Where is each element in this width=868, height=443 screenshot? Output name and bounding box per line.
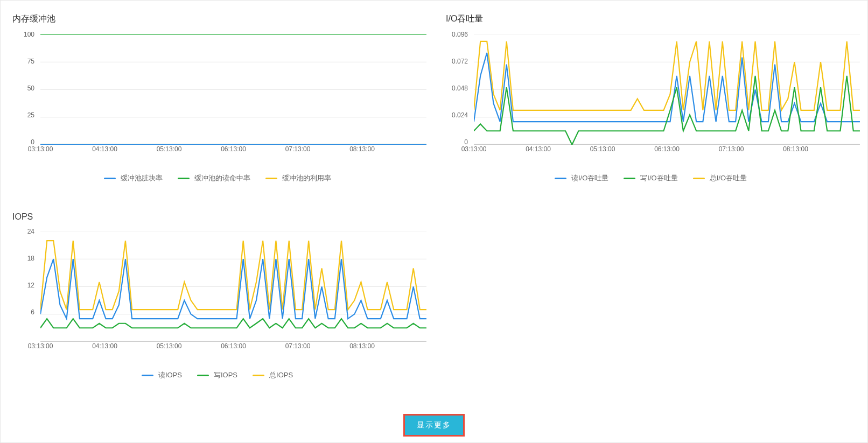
- plot-svg: [40, 231, 426, 342]
- x-tick-label: 06:13:00: [221, 342, 246, 350]
- panel-title: 内存缓冲池: [12, 13, 426, 25]
- legend-item-blue[interactable]: 缓冲池脏块率: [104, 173, 163, 183]
- legend-swatch-icon: [253, 375, 264, 376]
- dashboard-page: 内存缓冲池 0255075100 03:13:0004:13:0005:13:0…: [0, 0, 868, 443]
- series-blue: [474, 53, 860, 122]
- series-yellow: [40, 241, 426, 310]
- panel-empty: [439, 199, 862, 380]
- x-tick-label: 03:13:00: [28, 342, 53, 350]
- legend-swatch-icon: [178, 178, 190, 179]
- plot-svg: [40, 34, 426, 145]
- y-tick-label: 12: [27, 282, 34, 289]
- plot-svg: [474, 34, 860, 145]
- series-yellow: [474, 41, 860, 110]
- x-tick-label: 07:13:00: [719, 145, 744, 153]
- x-tick-label: 03:13:00: [461, 145, 487, 153]
- x-axis: 03:13:0004:13:0005:13:0006:13:0007:13:00…: [40, 145, 426, 157]
- panel-iops: IOPS 6121824 03:13:0004:13:0005:13:0006:…: [6, 199, 429, 380]
- y-tick-label: 100: [24, 31, 34, 38]
- x-tick-label: 08:13:00: [783, 145, 808, 153]
- x-tick-label: 05:13:00: [157, 145, 182, 153]
- x-tick-label: 08:13:00: [349, 145, 375, 153]
- legend-swatch-icon: [142, 375, 153, 376]
- y-tick-label: 0.024: [452, 111, 468, 119]
- legend-item-blue[interactable]: 读IOPS: [142, 370, 182, 380]
- y-axis: 0255075100: [8, 34, 38, 142]
- legend-item-blue[interactable]: 读I/O吞吐量: [555, 173, 608, 183]
- footer: 显示更多: [1, 416, 867, 435]
- legend-swatch-icon: [624, 178, 635, 179]
- x-tick-label: 05:13:00: [590, 145, 615, 153]
- x-tick-label: 05:13:00: [157, 342, 182, 350]
- legend-item-yellow[interactable]: 缓冲池的利用率: [265, 173, 331, 183]
- x-tick-label: 04:13:00: [92, 342, 117, 350]
- chart-iops[interactable]: 6121824: [40, 231, 426, 339]
- y-tick-label: 18: [27, 255, 34, 262]
- legend-label: 总IOPS: [269, 370, 293, 380]
- x-axis: 03:13:0004:13:0005:13:0006:13:0007:13:00…: [474, 145, 860, 157]
- y-tick-label: 0.072: [452, 58, 468, 65]
- y-tick-label: 6: [31, 308, 34, 316]
- x-tick-label: 08:13:00: [349, 342, 375, 350]
- panel-title: I/O吞吐量: [446, 13, 860, 25]
- legend-swatch-icon: [197, 375, 209, 376]
- legend-label: 缓冲池的利用率: [282, 173, 331, 183]
- legend-item-green[interactable]: 写IOPS: [197, 370, 237, 380]
- y-tick-label: 75: [27, 58, 34, 65]
- legend-item-green[interactable]: 写I/O吞吐量: [624, 173, 677, 183]
- legend-label: 缓冲池脏块率: [121, 173, 163, 183]
- x-tick-label: 04:13:00: [92, 145, 117, 153]
- x-tick-label: 04:13:00: [526, 145, 551, 153]
- legend-item-yellow[interactable]: 总I/O吞吐量: [693, 173, 747, 183]
- legend: 缓冲池脏块率 缓冲池的读命中率 缓冲池的利用率: [8, 173, 426, 183]
- x-tick-label: 06:13:00: [654, 145, 680, 153]
- x-tick-label: 06:13:00: [221, 145, 246, 153]
- legend-item-green[interactable]: 缓冲池的读命中率: [178, 173, 250, 183]
- y-axis: 00.0240.0480.0720.096: [442, 34, 471, 142]
- legend-label: 读IOPS: [158, 370, 182, 380]
- y-axis: 6121824: [8, 231, 38, 339]
- y-tick-label: 0: [31, 138, 34, 146]
- legend-swatch-icon: [693, 178, 705, 179]
- chart-grid: 内存缓冲池 0255075100 03:13:0004:13:0005:13:0…: [1, 1, 867, 380]
- legend-item-yellow[interactable]: 总IOPS: [253, 370, 293, 380]
- legend-label: 写I/O吞吐量: [640, 173, 677, 183]
- chart-io[interactable]: 00.0240.0480.0720.096: [474, 34, 860, 142]
- legend-swatch-icon: [265, 178, 277, 179]
- show-more-button[interactable]: 显示更多: [405, 416, 463, 435]
- legend-label: 读I/O吞吐量: [571, 173, 608, 183]
- legend-swatch-icon: [555, 178, 566, 179]
- series-green: [40, 319, 426, 328]
- panel-title: IOPS: [12, 212, 426, 222]
- y-tick-label: 24: [27, 228, 34, 235]
- x-axis: 03:13:0004:13:0005:13:0006:13:0007:13:00…: [40, 342, 426, 354]
- legend-swatch-icon: [104, 178, 116, 179]
- chart-mem[interactable]: 0255075100: [40, 34, 426, 142]
- x-tick-label: 07:13:00: [285, 342, 311, 350]
- y-tick-label: 0.048: [452, 85, 468, 92]
- y-tick-label: 0: [464, 138, 468, 146]
- x-tick-label: 07:13:00: [285, 145, 311, 153]
- y-tick-label: 0.096: [452, 31, 468, 38]
- legend-label: 总I/O吞吐量: [710, 173, 747, 183]
- legend: 读I/O吞吐量 写I/O吞吐量 总I/O吞吐量: [442, 173, 860, 183]
- legend-label: 缓冲池的读命中率: [194, 173, 250, 183]
- y-tick-label: 25: [27, 111, 34, 119]
- y-tick-label: 50: [27, 85, 34, 92]
- legend-label: 写IOPS: [214, 370, 237, 380]
- panel-mem: 内存缓冲池 0255075100 03:13:0004:13:0005:13:0…: [6, 1, 429, 183]
- x-tick-label: 03:13:00: [28, 145, 53, 153]
- panel-io: I/O吞吐量 00.0240.0480.0720.096 03:13:0004:…: [439, 1, 862, 183]
- legend: 读IOPS 写IOPS 总IOPS: [8, 370, 426, 380]
